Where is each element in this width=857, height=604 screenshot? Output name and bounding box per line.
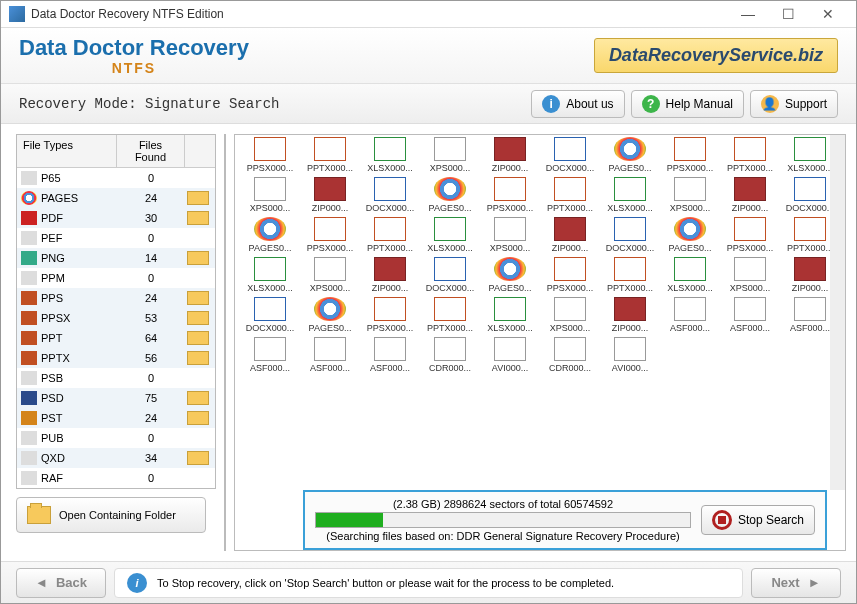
file-type-row[interactable]: PPT 64 (17, 328, 215, 348)
file-item[interactable]: XPS000... (723, 257, 777, 293)
file-item[interactable]: ASF000... (723, 297, 777, 333)
file-item[interactable]: PPSX000... (663, 137, 717, 173)
file-item[interactable]: ZIP000... (483, 137, 537, 173)
file-item[interactable]: DOCX000... (603, 217, 657, 253)
file-item[interactable]: XPS000... (483, 217, 537, 253)
file-name: PAGES0... (243, 243, 297, 253)
file-type-row[interactable]: PSD 75 (17, 388, 215, 408)
file-item[interactable]: XLSX000... (783, 137, 837, 173)
file-item[interactable]: ZIP000... (543, 217, 597, 253)
file-item[interactable]: ZIP000... (783, 257, 837, 293)
file-item[interactable]: ASF000... (783, 297, 837, 333)
minimize-button[interactable]: — (728, 4, 768, 24)
file-type-row[interactable]: PPTX 56 (17, 348, 215, 368)
file-item[interactable]: ZIP000... (363, 257, 417, 293)
file-item[interactable]: PPSX000... (363, 297, 417, 333)
file-item[interactable]: PPTX000... (363, 217, 417, 253)
file-type-row[interactable]: PSB 0 (17, 368, 215, 388)
file-item[interactable]: XLSX000... (243, 257, 297, 293)
file-item[interactable]: ZIP000... (303, 177, 357, 213)
file-item[interactable]: PPSX000... (483, 177, 537, 213)
file-type-icon (21, 211, 37, 225)
file-item[interactable]: PPTX000... (543, 177, 597, 213)
file-type-row[interactable]: QXD 34 (17, 448, 215, 468)
file-item[interactable]: ASF000... (303, 337, 357, 373)
file-item[interactable]: CDR000... (543, 337, 597, 373)
help-button[interactable]: ? Help Manual (631, 90, 744, 118)
file-item[interactable]: DOCX000... (423, 257, 477, 293)
file-item[interactable]: PPTX000... (303, 137, 357, 173)
file-item[interactable]: PPTX000... (723, 137, 777, 173)
file-grid[interactable]: PPSX000...PPTX000...XLSX000...XPS000...Z… (235, 135, 845, 550)
file-item[interactable]: AVI000... (603, 337, 657, 373)
grid-row: PPSX000...PPTX000...XLSX000...XPS000...Z… (243, 137, 837, 173)
file-item[interactable]: PPTX000... (423, 297, 477, 333)
file-item[interactable]: XPS000... (243, 177, 297, 213)
col-header-found[interactable]: Files Found (117, 135, 185, 167)
stop-search-button[interactable]: Stop Search (701, 505, 815, 535)
file-item[interactable]: DOCX000... (243, 297, 297, 333)
file-type-row[interactable]: PEF 0 (17, 228, 215, 248)
file-item[interactable]: ZIP000... (723, 177, 777, 213)
file-item[interactable]: DOCX000... (363, 177, 417, 213)
close-button[interactable]: ✕ (808, 4, 848, 24)
main-area: File Types Files Found P65 0 PAGES 24 PD… (1, 124, 856, 561)
file-name: ASF000... (243, 363, 297, 373)
file-type-row[interactable]: PST 24 (17, 408, 215, 428)
file-type-row[interactable]: PPS 24 (17, 288, 215, 308)
file-type-row[interactable]: PPSX 53 (17, 308, 215, 328)
grid-row: DOCX000...PAGES0...PPSX000...PPTX000...X… (243, 297, 837, 333)
file-item[interactable]: XLSX000... (603, 177, 657, 213)
open-containing-folder-button[interactable]: Open Containing Folder (16, 497, 206, 533)
file-item[interactable]: PPSX000... (723, 217, 777, 253)
file-item[interactable]: XLSX000... (363, 137, 417, 173)
file-item[interactable]: PAGES0... (483, 257, 537, 293)
file-type-row[interactable]: PUB 0 (17, 428, 215, 448)
file-item[interactable]: XLSX000... (423, 217, 477, 253)
left-column: File Types Files Found P65 0 PAGES 24 PD… (16, 134, 216, 551)
about-button[interactable]: i About us (531, 90, 624, 118)
file-item[interactable]: PAGES0... (423, 177, 477, 213)
file-type-row[interactable]: PAGES 24 (17, 188, 215, 208)
folder-icon (187, 411, 209, 425)
maximize-button[interactable]: ☐ (768, 4, 808, 24)
col-header-types[interactable]: File Types (17, 135, 117, 167)
file-type-row[interactable]: PNG 14 (17, 248, 215, 268)
file-item[interactable]: ASF000... (363, 337, 417, 373)
file-item[interactable]: PPSX000... (243, 137, 297, 173)
file-item[interactable]: DOCX000... (783, 177, 837, 213)
file-item[interactable]: PPSX000... (303, 217, 357, 253)
file-item[interactable]: ASF000... (663, 297, 717, 333)
file-item[interactable]: PAGES0... (603, 137, 657, 173)
file-item[interactable]: PAGES0... (663, 217, 717, 253)
file-type-count: 53 (117, 312, 185, 324)
file-item[interactable]: XPS000... (543, 297, 597, 333)
file-item[interactable]: XLSX000... (483, 297, 537, 333)
file-item[interactable]: ASF000... (243, 337, 297, 373)
file-type-row[interactable]: P65 0 (17, 168, 215, 188)
file-type-row[interactable]: RAF 0 (17, 468, 215, 488)
file-item[interactable]: PPSX000... (543, 257, 597, 293)
file-item[interactable]: PAGES0... (303, 297, 357, 333)
file-item[interactable]: ZIP000... (603, 297, 657, 333)
file-item[interactable]: PAGES0... (243, 217, 297, 253)
next-button[interactable]: Next ► (751, 568, 841, 598)
toolbar: Recovery Mode: Signature Search i About … (1, 84, 856, 124)
file-item[interactable]: CDR000... (423, 337, 477, 373)
file-item[interactable]: PPTX000... (603, 257, 657, 293)
file-item[interactable]: PPTX000... (783, 217, 837, 253)
file-item[interactable]: DOCX000... (543, 137, 597, 173)
file-item[interactable]: XLSX000... (663, 257, 717, 293)
file-item[interactable]: AVI000... (483, 337, 537, 373)
scrollbar[interactable] (830, 135, 845, 490)
file-icon (494, 137, 526, 161)
back-button[interactable]: ◄ Back (16, 568, 106, 598)
file-icon (614, 297, 646, 321)
file-types-list[interactable]: P65 0 PAGES 24 PDF 30 PEF 0 PNG 14 PPM 0… (17, 168, 215, 488)
file-type-row[interactable]: PDF 30 (17, 208, 215, 228)
support-button[interactable]: 👤 Support (750, 90, 838, 118)
file-item[interactable]: XPS000... (663, 177, 717, 213)
file-item[interactable]: XPS000... (303, 257, 357, 293)
file-item[interactable]: XPS000... (423, 137, 477, 173)
file-type-row[interactable]: PPM 0 (17, 268, 215, 288)
